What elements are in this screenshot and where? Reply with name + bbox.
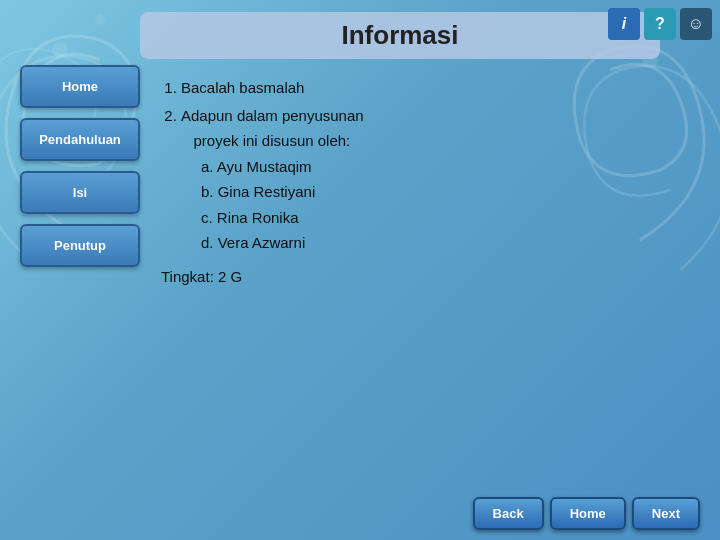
next-button[interactable]: Next (632, 497, 700, 530)
sidebar-item-isi[interactable]: Isi (20, 171, 140, 214)
sidebar-item-penutup[interactable]: Penutup (20, 224, 140, 267)
home-button[interactable]: Home (550, 497, 626, 530)
main-layout: Home Pendahuluan Isi Penutup Bacalah bas… (20, 55, 700, 485)
sidebar-item-home[interactable]: Home (20, 65, 140, 108)
help-icon[interactable]: ? (644, 8, 676, 40)
back-button[interactable]: Back (473, 497, 544, 530)
content-text: Bacalah basmalah Adapun dalam penyusunan… (161, 75, 690, 289)
svg-point-1 (95, 15, 105, 25)
info-icon[interactable]: i (608, 8, 640, 40)
content-authors: a. Ayu Mustaqim b. Gina Restiyani c. Rin… (181, 154, 690, 256)
page-title: Informasi (160, 20, 640, 51)
content-line-1: Bacalah basmalah (181, 75, 690, 101)
content-tingkat: Tingkat: 2 G (161, 264, 690, 290)
bottom-nav: Back Home Next (473, 497, 700, 530)
title-bar: Informasi (140, 12, 660, 59)
top-icon-bar: i ? ☺ (608, 8, 712, 40)
content-area: Bacalah basmalah Adapun dalam penyusunan… (156, 65, 700, 485)
user-icon[interactable]: ☺ (680, 8, 712, 40)
sidebar-item-pendahuluan[interactable]: Pendahuluan (20, 118, 140, 161)
content-line-2: Adapun dalam penyusunan proyek ini disus… (181, 103, 690, 256)
sidebar: Home Pendahuluan Isi Penutup (20, 65, 140, 485)
